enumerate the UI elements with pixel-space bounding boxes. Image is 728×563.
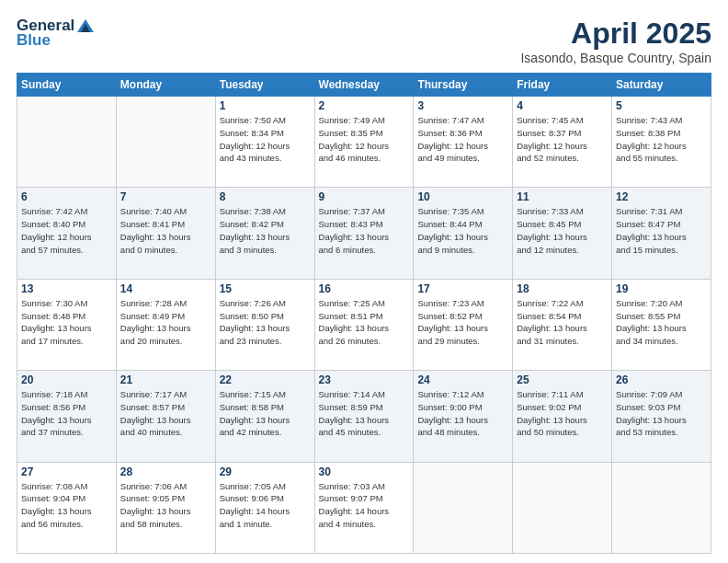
day-detail: Sunrise: 7:33 AM Sunset: 8:45 PM Dayligh…: [517, 205, 608, 256]
day-number: 11: [517, 190, 608, 203]
day-detail: Sunrise: 7:47 AM Sunset: 8:36 PM Dayligh…: [417, 114, 508, 165]
page: General Blue April 2025 Isasondo, Basque…: [0, 0, 728, 563]
header-friday: Friday: [513, 74, 612, 97]
calendar-cell: 21Sunrise: 7:17 AM Sunset: 8:57 PM Dayli…: [116, 371, 215, 462]
day-number: 3: [417, 99, 508, 112]
day-detail: Sunrise: 7:38 AM Sunset: 8:42 PM Dayligh…: [220, 205, 311, 256]
day-number: 23: [319, 373, 410, 386]
logo-blue: Blue: [17, 31, 51, 50]
day-detail: Sunrise: 7:43 AM Sunset: 8:38 PM Dayligh…: [616, 114, 707, 165]
calendar-cell: 17Sunrise: 7:23 AM Sunset: 8:52 PM Dayli…: [414, 279, 513, 370]
day-number: 4: [517, 99, 608, 112]
calendar-cell: 12Sunrise: 7:31 AM Sunset: 8:47 PM Dayli…: [612, 188, 711, 279]
day-detail: Sunrise: 7:06 AM Sunset: 9:05 PM Dayligh…: [120, 480, 211, 531]
calendar-cell: 10Sunrise: 7:35 AM Sunset: 8:44 PM Dayli…: [414, 188, 513, 279]
day-detail: Sunrise: 7:15 AM Sunset: 8:58 PM Dayligh…: [220, 388, 311, 439]
calendar: Sunday Monday Tuesday Wednesday Thursday…: [17, 73, 711, 554]
day-detail: Sunrise: 7:35 AM Sunset: 8:44 PM Dayligh…: [417, 205, 508, 256]
day-detail: Sunrise: 7:40 AM Sunset: 8:41 PM Dayligh…: [120, 205, 211, 256]
calendar-cell: 4Sunrise: 7:45 AM Sunset: 8:37 PM Daylig…: [513, 97, 612, 188]
calendar-cell: 6Sunrise: 7:42 AM Sunset: 8:40 PM Daylig…: [17, 188, 117, 279]
header-wednesday: Wednesday: [314, 74, 414, 97]
day-detail: Sunrise: 7:23 AM Sunset: 8:52 PM Dayligh…: [417, 297, 508, 348]
calendar-cell: 23Sunrise: 7:14 AM Sunset: 8:59 PM Dayli…: [314, 371, 414, 462]
day-number: 15: [220, 282, 311, 295]
day-detail: Sunrise: 7:20 AM Sunset: 8:55 PM Dayligh…: [616, 297, 707, 348]
day-detail: Sunrise: 7:45 AM Sunset: 8:37 PM Dayligh…: [517, 114, 608, 165]
calendar-cell: 19Sunrise: 7:20 AM Sunset: 8:55 PM Dayli…: [612, 279, 711, 370]
day-detail: Sunrise: 7:12 AM Sunset: 9:00 PM Dayligh…: [417, 388, 508, 439]
calendar-cell: 3Sunrise: 7:47 AM Sunset: 8:36 PM Daylig…: [414, 97, 513, 188]
day-detail: Sunrise: 7:17 AM Sunset: 8:57 PM Dayligh…: [120, 388, 211, 439]
calendar-cell: 24Sunrise: 7:12 AM Sunset: 9:00 PM Dayli…: [414, 371, 513, 462]
day-number: 2: [319, 99, 410, 112]
header: General Blue April 2025 Isasondo, Basque…: [17, 17, 711, 65]
day-detail: Sunrise: 7:05 AM Sunset: 9:06 PM Dayligh…: [220, 480, 311, 531]
day-detail: Sunrise: 7:37 AM Sunset: 8:43 PM Dayligh…: [319, 205, 410, 256]
title-block: April 2025 Isasondo, Basque Country, Spa…: [520, 17, 711, 65]
calendar-cell: 18Sunrise: 7:22 AM Sunset: 8:54 PM Dayli…: [513, 279, 612, 370]
calendar-cell: 27Sunrise: 7:08 AM Sunset: 9:04 PM Dayli…: [17, 462, 117, 553]
day-number: 9: [319, 190, 410, 203]
calendar-cell: [414, 462, 513, 553]
day-number: 10: [417, 190, 508, 203]
day-number: 14: [120, 282, 211, 295]
location: Isasondo, Basque Country, Spain: [520, 51, 711, 65]
day-detail: Sunrise: 7:28 AM Sunset: 8:49 PM Dayligh…: [120, 297, 211, 348]
calendar-cell: 14Sunrise: 7:28 AM Sunset: 8:49 PM Dayli…: [116, 279, 215, 370]
header-thursday: Thursday: [414, 74, 513, 97]
calendar-cell: 7Sunrise: 7:40 AM Sunset: 8:41 PM Daylig…: [116, 188, 215, 279]
day-number: 26: [616, 373, 707, 386]
calendar-cell: [116, 97, 215, 188]
day-detail: Sunrise: 7:03 AM Sunset: 9:07 PM Dayligh…: [319, 480, 410, 531]
day-detail: Sunrise: 7:50 AM Sunset: 8:34 PM Dayligh…: [220, 114, 311, 165]
day-number: 30: [319, 465, 410, 478]
logo-icon: [77, 19, 94, 32]
calendar-cell: 5Sunrise: 7:43 AM Sunset: 8:38 PM Daylig…: [612, 97, 711, 188]
day-number: 24: [417, 373, 508, 386]
header-sunday: Sunday: [17, 74, 117, 97]
day-number: 19: [616, 282, 707, 295]
day-number: 7: [120, 190, 211, 203]
month-title: April 2025: [520, 17, 711, 51]
day-number: 18: [517, 282, 608, 295]
day-detail: Sunrise: 7:31 AM Sunset: 8:47 PM Dayligh…: [616, 205, 707, 256]
calendar-cell: 13Sunrise: 7:30 AM Sunset: 8:48 PM Dayli…: [17, 279, 117, 370]
logo: General Blue: [17, 17, 95, 50]
calendar-cell: 28Sunrise: 7:06 AM Sunset: 9:05 PM Dayli…: [116, 462, 215, 553]
day-number: 27: [21, 465, 112, 478]
calendar-cell: 2Sunrise: 7:49 AM Sunset: 8:35 PM Daylig…: [314, 97, 414, 188]
day-number: 16: [319, 282, 410, 295]
day-number: 21: [120, 373, 211, 386]
day-detail: Sunrise: 7:18 AM Sunset: 8:56 PM Dayligh…: [21, 388, 112, 439]
day-detail: Sunrise: 7:22 AM Sunset: 8:54 PM Dayligh…: [517, 297, 608, 348]
day-detail: Sunrise: 7:30 AM Sunset: 8:48 PM Dayligh…: [21, 297, 112, 348]
calendar-cell: [513, 462, 612, 553]
day-number: 22: [220, 373, 311, 386]
day-number: 12: [616, 190, 707, 203]
calendar-cell: [17, 97, 117, 188]
calendar-cell: 1Sunrise: 7:50 AM Sunset: 8:34 PM Daylig…: [215, 97, 314, 188]
calendar-cell: 25Sunrise: 7:11 AM Sunset: 9:02 PM Dayli…: [513, 371, 612, 462]
day-number: 6: [21, 190, 112, 203]
calendar-cell: 9Sunrise: 7:37 AM Sunset: 8:43 PM Daylig…: [314, 188, 414, 279]
calendar-cell: 8Sunrise: 7:38 AM Sunset: 8:42 PM Daylig…: [215, 188, 314, 279]
calendar-cell: 26Sunrise: 7:09 AM Sunset: 9:03 PM Dayli…: [612, 371, 711, 462]
calendar-cell: 15Sunrise: 7:26 AM Sunset: 8:50 PM Dayli…: [215, 279, 314, 370]
calendar-cell: 30Sunrise: 7:03 AM Sunset: 9:07 PM Dayli…: [314, 462, 414, 553]
header-tuesday: Tuesday: [215, 74, 314, 97]
day-detail: Sunrise: 7:09 AM Sunset: 9:03 PM Dayligh…: [616, 388, 707, 439]
day-number: 1: [220, 99, 311, 112]
day-number: 17: [417, 282, 508, 295]
day-number: 13: [21, 282, 112, 295]
calendar-cell: 20Sunrise: 7:18 AM Sunset: 8:56 PM Dayli…: [17, 371, 117, 462]
day-detail: Sunrise: 7:26 AM Sunset: 8:50 PM Dayligh…: [220, 297, 311, 348]
header-saturday: Saturday: [612, 74, 711, 97]
day-number: 5: [616, 99, 707, 112]
header-monday: Monday: [116, 74, 215, 97]
day-number: 29: [220, 465, 311, 478]
day-detail: Sunrise: 7:08 AM Sunset: 9:04 PM Dayligh…: [21, 480, 112, 531]
day-number: 8: [220, 190, 311, 203]
weekday-header-row: Sunday Monday Tuesday Wednesday Thursday…: [17, 74, 711, 97]
day-detail: Sunrise: 7:14 AM Sunset: 8:59 PM Dayligh…: [319, 388, 410, 439]
